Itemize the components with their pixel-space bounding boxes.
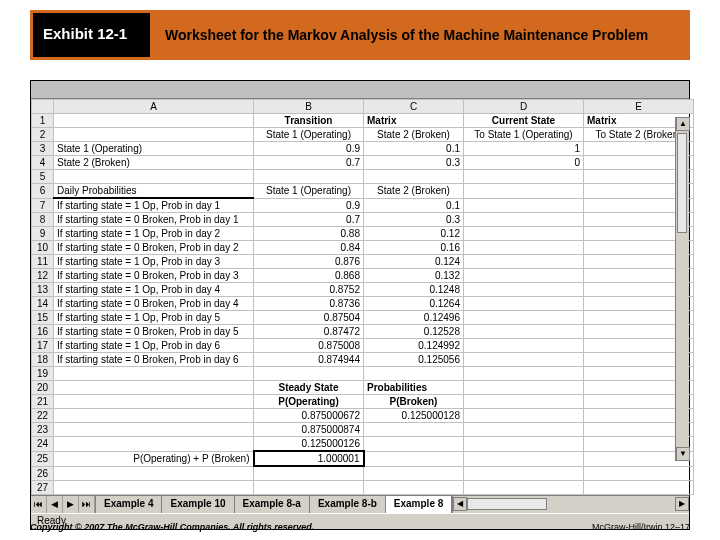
cell[interactable]: 0.1 [364,198,464,213]
worksheet-grid[interactable]: A B C D E 1TransitionMatrixCurrent State… [31,99,694,495]
cell[interactable]: State 1 (Operating) [254,128,364,142]
cell[interactable]: 0.12496 [364,311,464,325]
row-header[interactable]: 21 [32,395,54,409]
cell[interactable]: 0.1 [364,142,464,156]
cell[interactable]: Matrix [364,114,464,128]
cell[interactable]: 0.84 [254,241,364,255]
row-header[interactable]: 4 [32,156,54,170]
scroll-right-icon[interactable]: ▶ [675,497,689,511]
row-header[interactable]: 7 [32,198,54,213]
cell[interactable]: 0.875000672 [254,409,364,423]
sheet-tab[interactable]: Example 8-a [235,496,310,513]
cell[interactable]: 0 [464,156,584,170]
cell[interactable]: State 2 (Broken) [54,156,254,170]
row-header[interactable]: 14 [32,297,54,311]
next-tab-icon[interactable]: ▶ [63,496,79,513]
cell[interactable]: If starting state = 0 Broken, Prob in da… [54,241,254,255]
cell[interactable]: If starting state = 0 Broken, Prob in da… [54,269,254,283]
scroll-up-icon[interactable]: ▲ [676,117,690,131]
cell[interactable]: If starting state = 1 Op, Prob in day 4 [54,283,254,297]
row-header[interactable]: 10 [32,241,54,255]
sheet-tab[interactable]: Example 4 [96,496,162,513]
cell[interactable]: 0.1264 [364,297,464,311]
cell[interactable]: 0.125000126 [254,437,364,452]
cell[interactable]: 0.9 [254,142,364,156]
row-header[interactable]: 11 [32,255,54,269]
cell[interactable]: If starting state = 1 Op, Prob in day 3 [54,255,254,269]
cell[interactable]: If starting state = 1 Op, Prob in day 1 [54,198,254,213]
row-header[interactable]: 22 [32,409,54,423]
first-tab-icon[interactable]: ⏮ [31,496,47,513]
cell[interactable]: 0.125000128 [364,409,464,423]
cell[interactable]: 0.9 [254,198,364,213]
cell[interactable]: State 2 (Broken) [364,184,464,199]
row-header[interactable]: 26 [32,466,54,480]
row-header[interactable]: 12 [32,269,54,283]
cell[interactable]: 0.88 [254,227,364,241]
cell[interactable]: 0.87504 [254,311,364,325]
cell[interactable]: If starting state = 1 Op, Prob in day 6 [54,339,254,353]
cell[interactable]: State 2 (Broken) [364,128,464,142]
row-header[interactable]: 16 [32,325,54,339]
col-header-b[interactable]: B [254,100,364,114]
cell[interactable]: 0.3 [364,156,464,170]
cell[interactable]: 0.876 [254,255,364,269]
cell[interactable]: Steady State [254,381,364,395]
col-header-d[interactable]: D [464,100,584,114]
row-header[interactable]: 1 [32,114,54,128]
cell[interactable]: Current State [464,114,584,128]
cell[interactable]: 0.124992 [364,339,464,353]
cell[interactable]: P(Operating) + P (Broken) [54,451,254,466]
row-header[interactable]: 15 [32,311,54,325]
row-header[interactable]: 18 [32,353,54,367]
cell[interactable]: If starting state = 0 Broken, Prob in da… [54,213,254,227]
cell[interactable]: Daily Probabilities [54,184,254,199]
cell[interactable]: 0.1248 [364,283,464,297]
row-header[interactable]: 3 [32,142,54,156]
cell[interactable]: 1 [464,142,584,156]
row-header[interactable]: 17 [32,339,54,353]
row-header[interactable]: 25 [32,451,54,466]
cell[interactable]: If starting state = 1 Op, Prob in day 2 [54,227,254,241]
row-header[interactable]: 24 [32,437,54,452]
row-header[interactable]: 19 [32,367,54,381]
sheet-tab[interactable]: Example 8-b [310,496,386,513]
cell[interactable]: P(Broken) [364,395,464,409]
row-header[interactable]: 2 [32,128,54,142]
cell[interactable]: 0.868 [254,269,364,283]
prev-tab-icon[interactable]: ◀ [47,496,63,513]
cell[interactable]: Probabilities [364,381,464,395]
cell[interactable]: 0.7 [254,156,364,170]
scroll-thumb[interactable] [677,133,687,233]
cell[interactable]: 0.12528 [364,325,464,339]
cell[interactable]: If starting state = 1 Op, Prob in day 5 [54,311,254,325]
cell[interactable]: 0.124 [364,255,464,269]
cell[interactable]: 0.125056 [364,353,464,367]
scroll-thumb[interactable] [467,498,547,510]
cell[interactable]: 1.000001 [254,451,364,466]
cell[interactable]: 0.874944 [254,353,364,367]
cell[interactable]: 0.87472 [254,325,364,339]
row-header[interactable]: 5 [32,170,54,184]
row-header[interactable]: 23 [32,423,54,437]
last-tab-icon[interactable]: ⏭ [79,496,95,513]
scroll-left-icon[interactable]: ◀ [453,497,467,511]
row-header[interactable]: 6 [32,184,54,199]
cell[interactable]: To State 1 (Operating) [464,128,584,142]
row-header[interactable]: 9 [32,227,54,241]
cell[interactable]: 0.132 [364,269,464,283]
cell[interactable]: If starting state = 0 Broken, Prob in da… [54,325,254,339]
cell[interactable]: State 1 (Operating) [54,142,254,156]
row-header[interactable]: 13 [32,283,54,297]
col-header-e[interactable]: E [584,100,694,114]
cell[interactable]: P(Operating) [254,395,364,409]
row-header[interactable]: 27 [32,480,54,494]
sheet-tab-active[interactable]: Example 8 [386,496,452,513]
horizontal-scrollbar[interactable]: ◀ ▶ [452,496,689,513]
cell[interactable]: 0.3 [364,213,464,227]
cell[interactable]: Transition [254,114,364,128]
select-all-cell[interactable] [32,100,54,114]
cell[interactable]: 0.875008 [254,339,364,353]
cell[interactable]: 0.7 [254,213,364,227]
row-header[interactable]: 20 [32,381,54,395]
